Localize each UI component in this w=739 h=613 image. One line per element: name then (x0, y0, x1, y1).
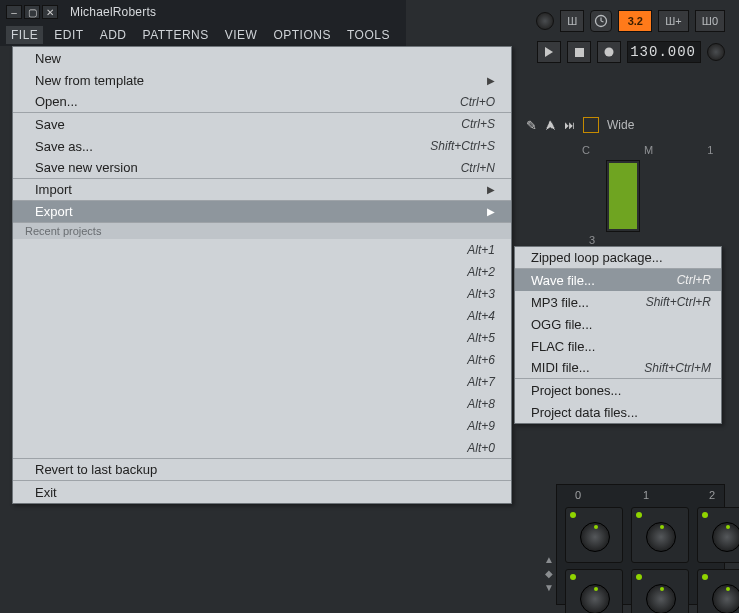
axis-row: C M 1 2 (582, 144, 739, 156)
export-midi[interactable]: MIDI file...Shift+Ctrl+M (515, 357, 721, 379)
menu-bar: FILE EDIT ADD PATTERNS VIEW OPTIONS TOOL… (0, 24, 406, 46)
export-zipped-label: Zipped loop package... (531, 250, 663, 265)
header-chip-zero[interactable]: Ш0 (695, 10, 725, 32)
export-wave[interactable]: Wave file...Ctrl+R (515, 269, 721, 291)
selection-icon[interactable] (583, 117, 599, 133)
export-ogg[interactable]: OGG file... (515, 313, 721, 335)
mixer-knob-0[interactable] (580, 522, 610, 552)
window-title: MichaelRoberts (70, 5, 156, 19)
mixer-knob-2b[interactable] (712, 584, 739, 613)
file-open-shortcut: Ctrl+O (460, 95, 495, 109)
mode-label: Wide (607, 118, 634, 132)
header-chip-1[interactable]: Ш (560, 10, 584, 32)
menu-edit[interactable]: EDIT (49, 26, 88, 44)
header-chip-plus[interactable]: Ш+ (658, 10, 689, 32)
recent-1[interactable]: Alt+1 (13, 239, 511, 261)
file-exit[interactable]: Exit (13, 481, 511, 503)
export-flac[interactable]: FLAC file... (515, 335, 721, 357)
file-save-as-label: Save as... (35, 139, 93, 154)
mixer-slot-1b[interactable] (631, 569, 689, 613)
chevron-right-icon: ▶ (479, 206, 495, 217)
file-revert[interactable]: Revert to last backup (13, 459, 511, 481)
menu-tools[interactable]: TOOLS (342, 26, 395, 44)
mixer-knob-1[interactable] (646, 522, 676, 552)
recent-4[interactable]: Alt+4 (13, 305, 511, 327)
tempo-display[interactable]: 130.000 (627, 41, 701, 63)
track-clip[interactable] (606, 160, 640, 232)
menu-file[interactable]: FILE (6, 26, 43, 44)
file-save-as[interactable]: Save as...Shift+Ctrl+S (13, 135, 511, 157)
paint-icon[interactable]: ✎ (526, 118, 537, 133)
knob-icon[interactable] (536, 12, 554, 30)
export-wave-label: Wave file... (531, 273, 595, 288)
editor-tool-row: ✎ ⮝ ⏭ Wide (526, 114, 634, 136)
mixer-knob-0b[interactable] (580, 584, 610, 613)
mixer-idx-2: 2 (709, 489, 715, 501)
transport-row: 130.000 (537, 40, 725, 64)
file-export[interactable]: Export▶ (13, 201, 511, 223)
mixer-knob-1b[interactable] (646, 584, 676, 613)
file-save[interactable]: SaveCtrl+S (13, 113, 511, 135)
header-counter[interactable]: 3.2 (618, 10, 652, 32)
recent-6-shortcut: Alt+6 (467, 353, 495, 367)
menu-options[interactable]: OPTIONS (268, 26, 336, 44)
export-wave-shortcut: Ctrl+R (677, 273, 711, 287)
recent-5-shortcut: Alt+5 (467, 331, 495, 345)
file-new-from-template[interactable]: New from template▶ (13, 69, 511, 91)
row-num-3: 3 (581, 234, 595, 246)
export-flac-label: FLAC file... (531, 339, 595, 354)
file-new-from-template-label: New from template (35, 73, 144, 88)
arrow-up-icon[interactable]: ▲ (544, 554, 554, 565)
menu-view[interactable]: VIEW (220, 26, 263, 44)
export-bones-label: Project bones... (531, 383, 621, 398)
record-button[interactable] (597, 41, 621, 63)
file-open-label: Open... (35, 94, 78, 109)
file-new[interactable]: New (13, 47, 511, 69)
mixer-knob-2[interactable] (712, 522, 739, 552)
chevron-right-icon: ▶ (479, 75, 495, 86)
menu-patterns[interactable]: PATTERNS (138, 26, 214, 44)
recent-5[interactable]: Alt+5 (13, 327, 511, 349)
recent-8[interactable]: Alt+8 (13, 393, 511, 415)
skip-icon[interactable]: ⏭ (564, 119, 575, 131)
diamond-icon[interactable]: ◆ (545, 568, 553, 579)
clock-icon[interactable] (590, 10, 612, 32)
file-save-new[interactable]: Save new versionCtrl+N (13, 157, 511, 179)
minimize-button[interactable]: – (6, 5, 22, 19)
file-new-label: New (35, 51, 61, 66)
recent-2-shortcut: Alt+2 (467, 265, 495, 279)
recent-3[interactable]: Alt+3 (13, 283, 511, 305)
recent-6[interactable]: Alt+6 (13, 349, 511, 371)
file-open[interactable]: Open...Ctrl+O (13, 91, 511, 113)
recent-7[interactable]: Alt+7 (13, 371, 511, 393)
recent-2[interactable]: Alt+2 (13, 261, 511, 283)
arrow-icon[interactable]: ⮝ (545, 119, 556, 131)
export-bones[interactable]: Project bones... (515, 379, 721, 401)
export-zipped[interactable]: Zipped loop package... (515, 247, 721, 269)
play-button[interactable] (537, 41, 561, 63)
tempo-knob-icon[interactable] (707, 43, 725, 61)
recent-0[interactable]: Alt+0 (13, 437, 511, 459)
file-revert-label: Revert to last backup (35, 462, 157, 477)
recent-9-shortcut: Alt+9 (467, 419, 495, 433)
mixer-slot-2[interactable] (697, 507, 739, 563)
mixer-slot-0[interactable] (565, 507, 623, 563)
close-button[interactable]: ✕ (42, 5, 58, 19)
export-mp3[interactable]: MP3 file...Shift+Ctrl+R (515, 291, 721, 313)
mixer-slot-2b[interactable] (697, 569, 739, 613)
mixer-slot-1[interactable] (631, 507, 689, 563)
menu-add[interactable]: ADD (95, 26, 132, 44)
file-save-new-shortcut: Ctrl+N (461, 161, 495, 175)
file-import[interactable]: Import▶ (13, 179, 511, 201)
svg-point-2 (605, 48, 614, 57)
arrow-down-icon[interactable]: ▼ (544, 582, 554, 593)
recent-9[interactable]: Alt+9 (13, 415, 511, 437)
export-data[interactable]: Project data files... (515, 401, 721, 423)
recent-7-shortcut: Alt+7 (467, 375, 495, 389)
file-export-label: Export (35, 204, 73, 219)
stop-button[interactable] (567, 41, 591, 63)
mixer-idx-1: 1 (643, 489, 649, 501)
mixer-slot-0b[interactable] (565, 569, 623, 613)
file-exit-label: Exit (35, 485, 57, 500)
maximize-button[interactable]: ▢ (24, 5, 40, 19)
